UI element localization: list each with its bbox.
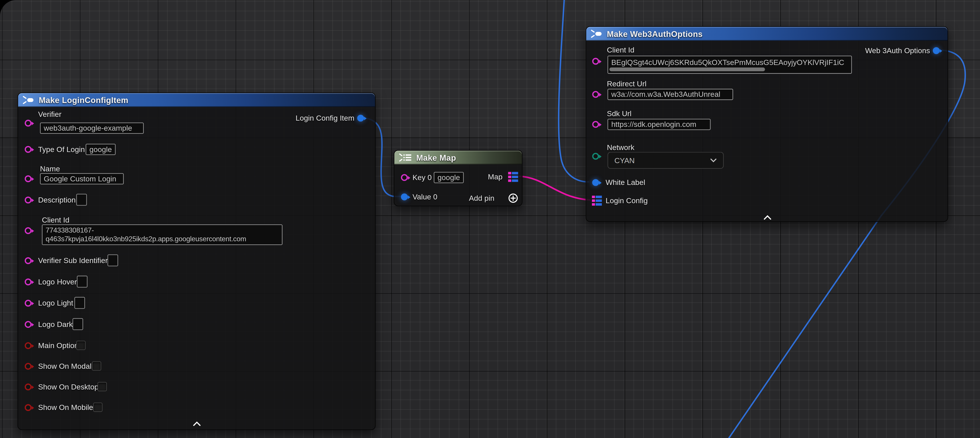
pin-login-config[interactable]: [592, 196, 602, 205]
node-make-map[interactable]: Make Map Key 0 google Map Value 0 Add pi…: [394, 150, 522, 206]
pin-label-verifier-sub-identifier: Verifier Sub Identifier: [38, 256, 108, 265]
pin-show-on-modal[interactable]: [25, 363, 32, 370]
pin-web3auth-options-output[interactable]: [933, 47, 940, 54]
add-pin-label[interactable]: Add pin: [469, 194, 494, 202]
pin-label-client-id: Client Id: [607, 46, 635, 54]
show-on-mobile-checkbox[interactable]: [93, 403, 102, 412]
pin-label-key-0: Key 0: [412, 173, 432, 182]
node-header-make-map[interactable]: Make Map: [394, 151, 522, 164]
network-dropdown-value: CYAN: [614, 156, 635, 165]
pin-network[interactable]: [592, 153, 599, 160]
pin-client-id[interactable]: [25, 227, 32, 234]
pin-label-show-on-mobile: Show On Mobile: [38, 403, 93, 412]
make-struct-icon: [590, 29, 603, 38]
pin-label-value-0: Value 0: [412, 193, 438, 201]
pin-label-login-config-item: Login Config Item: [296, 114, 354, 123]
pin-show-on-desktop[interactable]: [25, 384, 32, 390]
pin-label-white-label: White Label: [606, 178, 645, 187]
node-make-loginconfigitem[interactable]: Make LoginConfigItem Verifier web3auth-g…: [18, 92, 375, 430]
pin-verifier[interactable]: [25, 120, 32, 127]
pin-label-sdk-url: Sdk Url: [607, 110, 632, 118]
client-id-input[interactable]: 774338308167- q463s7kpvja16l4l0kko3nb925…: [42, 225, 282, 245]
pin-logo-light[interactable]: [25, 300, 32, 307]
pin-label-description: Description: [38, 196, 76, 204]
pin-description[interactable]: [25, 196, 32, 204]
main-option-checkbox[interactable]: [76, 341, 86, 350]
verifier-sub-identifier-input[interactable]: [108, 254, 118, 266]
pin-label-network: Network: [607, 143, 635, 152]
pin-show-on-mobile[interactable]: [25, 404, 32, 411]
pin-label-show-on-desktop: Show On Desktop: [38, 382, 99, 391]
pin-key-0[interactable]: [401, 174, 408, 181]
node-title: Make Map: [416, 153, 456, 162]
verifier-input[interactable]: web3auth-google-example: [40, 123, 144, 134]
pin-label-logo-light: Logo Light: [38, 299, 73, 307]
collapse-node-chevron-icon[interactable]: [763, 215, 772, 220]
pin-logo-dark[interactable]: [25, 321, 32, 328]
show-on-desktop-checkbox[interactable]: [97, 382, 107, 391]
redirect-url-input[interactable]: w3a://com.w3a.Web3AuthUnreal: [608, 89, 733, 100]
type-of-login-input[interactable]: google: [86, 144, 116, 155]
blueprint-graph-canvas[interactable]: Make LoginConfigItem Verifier web3auth-g…: [0, 0, 980, 438]
pin-label-main-option: Main Option: [38, 341, 78, 350]
logo-light-input[interactable]: [74, 297, 85, 309]
show-on-modal-checkbox[interactable]: [92, 361, 101, 371]
make-map-icon: [399, 153, 412, 162]
pin-client-id[interactable]: [592, 58, 599, 65]
pin-login-config-item-output[interactable]: [357, 115, 364, 121]
pin-label-client-id: Client Id: [42, 216, 69, 225]
pin-label-logo-dark: Logo Dark: [38, 320, 73, 329]
collapse-node-chevron-icon[interactable]: [192, 421, 201, 426]
node-header-make-web3authoptions[interactable]: Make Web3AuthOptions: [586, 27, 948, 41]
wire-top-to-whitelabel: [558, 0, 589, 182]
client-id-horizontal-scrollbar[interactable]: [609, 67, 765, 71]
pin-name[interactable]: [25, 175, 32, 182]
pin-label-web3auth-options-output: Web 3Auth Options: [865, 46, 930, 55]
pin-main-option[interactable]: [25, 342, 32, 349]
pin-value-0[interactable]: [401, 193, 408, 200]
pin-label-login-config: Login Config: [606, 196, 648, 205]
pin-label-logo-hover: Logo Hover: [38, 277, 77, 286]
pin-label-type-of-login: Type Of Login: [38, 145, 85, 154]
pin-verifier-sub-identifier[interactable]: [25, 257, 32, 264]
add-pin-icon[interactable]: [508, 193, 518, 203]
pin-label-verifier: Verifier: [38, 110, 61, 119]
pin-redirect-url[interactable]: [592, 91, 599, 98]
pin-logo-hover[interactable]: [25, 279, 32, 285]
network-dropdown[interactable]: CYAN: [608, 152, 724, 169]
description-input[interactable]: [76, 194, 87, 205]
node-title: Make LoginConfigItem: [39, 95, 129, 105]
make-struct-icon: [22, 96, 35, 104]
chevron-down-icon: [710, 158, 717, 163]
pin-white-label[interactable]: [592, 179, 599, 186]
name-input[interactable]: Google Custom Login: [40, 173, 124, 185]
node-header-make-loginconfigitem[interactable]: Make LoginConfigItem: [18, 93, 375, 107]
pin-label-show-on-modal: Show On Modal: [38, 362, 91, 371]
pin-label-name: Name: [40, 164, 60, 173]
pin-label-redirect-url: Redirect Url: [607, 80, 646, 88]
pin-sdk-url[interactable]: [592, 121, 599, 128]
key-0-input[interactable]: google: [434, 172, 464, 183]
node-title: Make Web3AuthOptions: [607, 29, 703, 38]
node-make-web3authoptions[interactable]: Make Web3AuthOptions Client Id BEglQSgt4…: [586, 26, 948, 222]
pin-map-output[interactable]: [508, 172, 518, 182]
pin-type-of-login[interactable]: [25, 146, 32, 153]
pin-label-map-output: Map: [488, 172, 503, 181]
logo-dark-input[interactable]: [73, 318, 83, 330]
sdk-url-input[interactable]: https://sdk.openlogin.com: [608, 119, 711, 130]
logo-hover-input[interactable]: [77, 276, 88, 288]
